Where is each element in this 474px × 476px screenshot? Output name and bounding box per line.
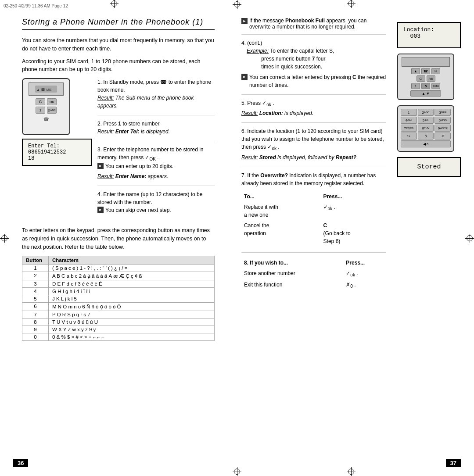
right-phone-column: Location: 003 ▲ ☎ ⊡ C /ok 1 5 2ABC [397,22,461,177]
table-row: 4G H I g h i 4 í ï î ì [22,287,215,295]
press-val-1: ✓ok . [322,202,385,220]
np-row-4: *+ 0 # [401,132,451,140]
key-2: 2ABC [47,107,57,114]
rp-key-1b: 1 [411,83,420,89]
rp-key-wide: ▲ ▼ [410,90,441,97]
rp-row-1: ▲ ☎ ⊡ [411,68,440,74]
np-star: *+ [401,132,417,140]
crosshair-bottom-right [347,467,356,476]
intro-para-1: You can store the numbers that you dial … [22,36,215,53]
press-row-1: Replace it witha new one ✓ok . [242,202,385,220]
step-8-action-2: Exit this function [242,280,343,290]
np-2: 2ABC [418,109,434,116]
key-c: C [36,98,45,105]
np-5: 5JKL [418,117,434,124]
press-table-header: To... Press... [242,192,385,201]
np-9: 9WXYZ [434,125,451,132]
col-header-characters: Characters [49,256,215,264]
display-line3: 18 [28,155,86,161]
table-row: 2A B C a b c 2 á ạ â à å ä Ä æ Æ Ç ç ¢ ß [22,272,215,280]
phone-sketch-label: ☎ [43,117,49,122]
step-5: 5. Press ✓ok . Result: Location: is disp… [241,99,386,117]
table-row: 6M N O m n o 6 Ñ ñ ó ọ ô ö ò Ö [22,302,215,311]
press-val-2: C(Go back toStep 6) [322,221,385,246]
step-4-note: ► You can skip over next step. [97,206,215,214]
page-number-right: 37 [446,459,461,467]
page-container: 02-250 4/2/99 11:36 AM Page 12 36 Storin… [0,0,474,476]
np-hash: # [434,132,451,140]
btn-val: 2 [22,272,49,280]
phone-keys-row-2: 1 2ABC [36,107,57,114]
step-8-action-1: Store another number [242,268,343,279]
phone-sketch-top: ▲ ☎ ME C OK 1 2ABC ☎ [22,78,70,135]
rp-key-2b: 2ABC [431,83,440,89]
location-display: Location: 003 [397,22,461,48]
table-row: 1( S p a c e ) 1 - ? ! , . : " ' ( ) ¿ ¡… [22,264,215,272]
btn-val: 7 [22,311,49,318]
crosshair-left-center [0,234,9,243]
chars-val: M N O m n o 6 Ñ ñ ó ọ ô ö ò Ö [49,302,215,311]
rp-row-3: 1 5 2ABC [411,83,440,89]
step-4-cont: 4. (cont.) Example: To enter the capital… [241,39,386,89]
step-4: 4. Enter the name (up to 12 characters) … [97,190,215,214]
np-0: 0 [418,132,434,140]
to-val-2: Cancel theoperation [242,221,321,246]
step-4-example: Example: To enter the capital letter S, … [247,47,386,71]
step-4-cont-header: 4. (cont.) [241,39,386,47]
step-8-key-1: ✓ok . [344,268,385,279]
right-content: ► If the message Phonebook Full appears,… [241,18,386,292]
step-8-row-1: Store another number ✓ok . [242,268,385,279]
np-row-3: 7PQRS 8TUV 9WXYZ [401,125,451,132]
press-table: To... Press... Replace it witha new one … [241,191,386,247]
phone-keys-row-1: C OK [36,98,57,105]
svg-text:▲ ☎ ME: ▲ ☎ ME [36,88,51,92]
table-row: 3D E F d e f 3 é è ë è É [22,280,215,287]
step-6: 6. Indicate the location (1 to 120 accor… [241,127,386,161]
np-7: 7PQRS [401,125,417,132]
step-4-correct-note: ► You can correct a letter entered by pr… [241,73,386,89]
btn-val: 8 [22,318,49,326]
phonebook-full-note: ► If the message Phonebook Full appears,… [241,18,386,30]
character-table: Button Characters 1( S p a c e ) 1 - ? !… [22,256,215,341]
chars-val: D E F d e f 3 é è ë è É [49,280,215,287]
np-3: 3DEF [434,109,451,116]
step-2: 2. Press 1 to store number. Result: Ente… [97,120,215,136]
steps-area: 1. In Standby mode, press ☎ to enter the… [97,78,215,219]
np-row-5: ◀ 6 [401,140,451,147]
phonebook-full-text: If the message Phonebook Full appears, y… [249,18,386,30]
left-phone-column: ▲ ☎ ME C OK 1 2ABC ☎ Enter Tel: 0865194 [22,78,92,169]
phone-screen: ▲ ☎ ME [29,82,64,96]
keypad-note: To enter letters on the keypad, press th… [22,226,215,251]
btn-val: 5 [22,295,49,302]
display-line1: Enter Tel: [28,143,86,149]
step-6-text: 6. Indicate the location (1 to 120 accor… [241,127,386,152]
rp-key-phone: ☎ [421,68,430,74]
rp-key-me: ⊡ [431,68,440,74]
table-row: 9W X Y Z w x y z 9 ÿ [22,326,215,333]
press-row-2: Cancel theoperation C(Go back toStep 6) [242,221,385,246]
to-header: To... [242,192,321,201]
crosshair-top-center [233,0,241,9]
crosshair-top-right [347,0,356,8]
step-5-text: 5. Press ✓ok . [241,99,386,108]
chars-val: A B C a b c 2 á ạ â à å ä Ä æ Æ Ç ç ¢ ß [49,272,215,280]
left-page: 02-250 4/2/99 11:36 AM Page 12 36 Storin… [0,0,228,476]
step-8-header: 8. If you wish to... Press... [242,258,385,268]
location-value: 003 [403,33,455,39]
step-8-to: 8. If you wish to... [242,258,343,268]
rp-key-up: ▲ [411,68,420,74]
intro-para-2: According to your SIM card, 1 to 120 pho… [22,57,215,74]
header-text: 02-250 4/2/99 11:36 AM Page 12 [4,4,68,8]
chars-val: T U V t u v 8 ú ü ù Ü [49,318,215,326]
step-8-key-2: ✗0 . [344,280,385,290]
np-row-2: 4GHI 5JKL 6MNO [401,117,451,124]
np-8: 8TUV [418,125,434,132]
step-8-row-2: Exit this function ✗0 . [242,280,385,290]
location-label: Location: [403,26,455,33]
btn-val: 9 [22,326,49,333]
right-page: 37 Location: 003 ▲ ☎ ⊡ C /ok [228,0,474,476]
key-ok: OK [47,98,57,105]
key-1: 1 [36,107,45,114]
crosshair-top [110,0,118,8]
np-row-1: 1 2ABC 3DEF [401,109,451,116]
